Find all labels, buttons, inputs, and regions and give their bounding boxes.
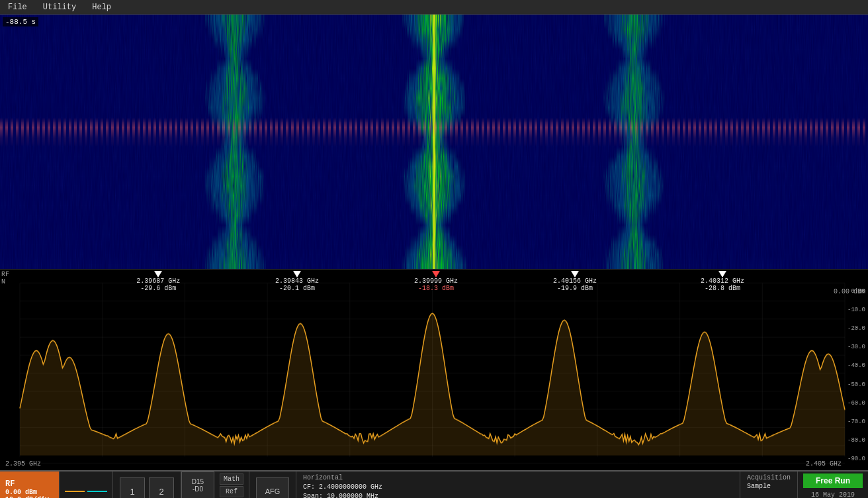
marker-freq-5: 2.40312 GHz xyxy=(701,277,744,285)
cf-label: CF: xyxy=(303,483,315,491)
menu-utility[interactable]: Utility xyxy=(40,1,79,13)
span-label: Span: xyxy=(303,493,323,498)
horizontal-span: Span: 10.000000 MHz xyxy=(303,492,733,498)
date-value: 16 May 2019 xyxy=(811,491,855,498)
y-axis-label: 0.00 xyxy=(847,288,865,295)
marker-power-5: -28.8 dBm xyxy=(705,285,740,292)
d15-line1: D15 xyxy=(186,478,210,485)
marker-5: 2.40312 GHz-28.8 dBm xyxy=(701,271,744,292)
trace-line-yellow xyxy=(65,491,85,492)
marker-triangle-4 xyxy=(571,271,579,277)
afg-button[interactable]: AFG xyxy=(256,477,289,498)
marker-1: 2.39687 GHz-29.6 dBm xyxy=(136,271,180,292)
marker-freq-R: 2.39999 GHz xyxy=(414,277,458,285)
marker-2: 2.39843 GHz-20.1 dBm xyxy=(275,271,319,292)
n-text: N xyxy=(1,278,9,285)
acquisition-title: Acquisition xyxy=(747,474,791,481)
y-axis-label: -70.0 xyxy=(847,419,865,425)
ref-button[interactable]: Ref xyxy=(220,486,243,497)
marker-triangle-R xyxy=(432,271,440,277)
y-axis-label: -30.0 xyxy=(847,344,865,350)
span-value: 10.000000 MHz xyxy=(327,493,378,498)
y-axis: 0.00-10.0-20.0-30.0-40.0-50.0-60.0-70.0-… xyxy=(847,288,865,462)
free-run-button[interactable]: Free Run xyxy=(803,473,863,488)
waterfall-container: -88.5 s xyxy=(0,15,868,269)
y-axis-label: -40.0 xyxy=(847,362,865,369)
spectrum-canvas xyxy=(0,270,868,470)
math-button[interactable]: Math xyxy=(220,473,243,485)
menu-file[interactable]: File xyxy=(5,1,30,13)
display-area: -88.5 s RF N 0.00 dBm 2.39687 GHz-29.6 d… xyxy=(0,15,868,470)
x-axis-right: 2.405 GHz xyxy=(806,460,842,468)
channel-1-button[interactable]: 1 xyxy=(120,477,145,498)
rf-panel: RF 0.00 dBm 10.0 dB/div xyxy=(0,472,60,498)
marker-R: 2.39999 GHz-18.3 dBm xyxy=(414,271,458,292)
marker-power-R: -18.3 dBm xyxy=(418,285,454,292)
waterfall-time-label: -88.5 s xyxy=(3,17,38,26)
acquisition-panel: Acquisition Sample xyxy=(740,472,798,498)
rf-n-label: RF N xyxy=(1,271,9,285)
y-axis-label: -50.0 xyxy=(847,381,865,388)
marker-triangle-1 xyxy=(154,271,162,277)
channel-2-button[interactable]: 2 xyxy=(149,477,174,498)
rf-panel-title: RF xyxy=(5,479,54,489)
status-bar: RF 0.00 dBm 10.0 dB/div 1 2 D15 -D0 Math… xyxy=(0,470,868,498)
y-axis-label: -60.0 xyxy=(847,400,865,407)
acquisition-mode: Sample xyxy=(747,483,791,490)
x-axis-left: 2.395 GHz xyxy=(5,460,41,468)
spectrum-container: RF N 0.00 dBm 2.39687 GHz-29.6 dBm2.3984… xyxy=(0,269,868,470)
menubar: File Utility Help xyxy=(0,0,868,15)
date-time: 16 May 2019 05:24:17 xyxy=(811,491,855,498)
trace-lines xyxy=(60,472,113,498)
horizontal-title: Horizontal xyxy=(303,474,733,481)
rf-text: RF xyxy=(1,271,9,278)
rf-ref-value: 0.00 dBm xyxy=(5,489,54,496)
math-ref-bus-panel: Math Ref Bus xyxy=(214,472,249,498)
trace-line-cyan xyxy=(87,491,107,492)
right-panel: Free Run 16 May 2019 05:24:17 xyxy=(798,472,868,498)
y-axis-label: -20.0 xyxy=(847,325,865,332)
marker-triangle-5 xyxy=(718,271,726,277)
marker-freq-1: 2.39687 GHz xyxy=(136,277,180,285)
horizontal-cf: CF: 2.4000000000 GHz xyxy=(303,483,733,492)
marker-power-1: -29.6 dBm xyxy=(140,285,176,292)
marker-power-2: -20.1 dBm xyxy=(279,285,315,292)
marker-freq-4: 2.40156 GHz xyxy=(553,277,597,285)
marker-power-4: -19.9 dBm xyxy=(557,285,593,292)
y-axis-label: -90.0 xyxy=(847,456,865,462)
marker-triangle-2 xyxy=(293,271,301,277)
y-axis-label: -80.0 xyxy=(847,437,865,444)
y-axis-label: -10.0 xyxy=(847,307,865,313)
marker-4: 2.40156 GHz-19.9 dBm xyxy=(553,271,597,292)
cf-value: 2.4000000000 GHz xyxy=(319,483,382,491)
marker-freq-2: 2.39843 GHz xyxy=(275,277,319,285)
channels-area: 1 2 xyxy=(113,472,181,498)
d15-line2: -D0 xyxy=(186,485,210,493)
menu-help[interactable]: Help xyxy=(89,1,114,13)
afg-area: AFG xyxy=(249,472,296,498)
waterfall-canvas xyxy=(0,15,868,269)
horizontal-panel: Horizontal CF: 2.4000000000 GHz Span: 10… xyxy=(296,472,740,498)
d15-button[interactable]: D15 -D0 xyxy=(181,472,214,498)
